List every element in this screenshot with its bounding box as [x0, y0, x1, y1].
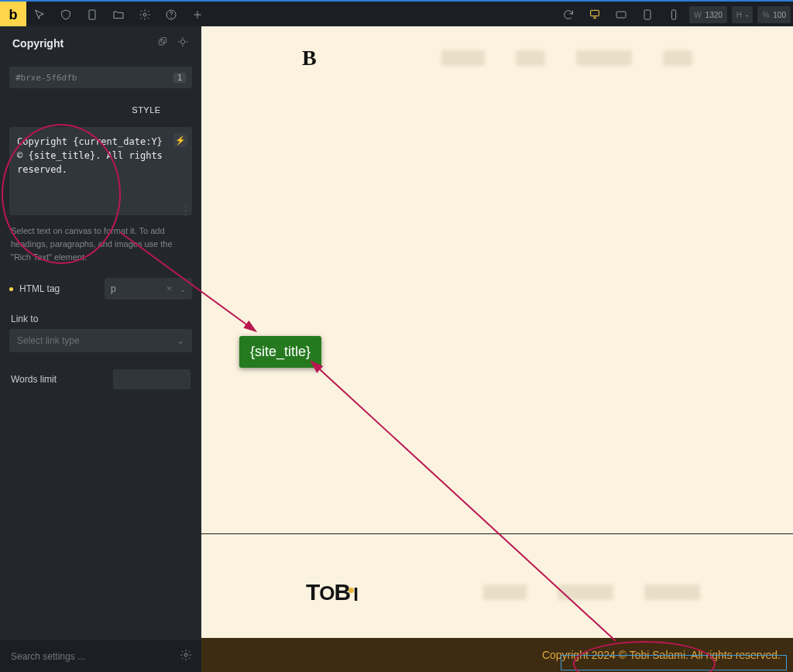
- chevron-down-icon[interactable]: ⌄: [180, 285, 186, 293]
- blurred-nav-item: [558, 585, 613, 600]
- link-to-label: Link to: [0, 306, 201, 329]
- svg-rect-5: [616, 12, 626, 18]
- svg-rect-7: [671, 10, 675, 19]
- site-footer: Copyright 2024 © Tobi Salami. All rights…: [201, 638, 793, 672]
- clear-icon[interactable]: ×: [166, 283, 172, 294]
- svg-point-11: [184, 653, 187, 657]
- width-field[interactable]: W1320: [689, 6, 727, 23]
- refresh-icon[interactable]: [555, 2, 582, 28]
- selected-element-outline: [561, 655, 787, 670]
- panel-footer: [0, 640, 201, 672]
- element-selector[interactable]: #brxe-5f6dfb 1: [9, 67, 192, 88]
- section-divider: [201, 533, 793, 534]
- content-hint: Select text on canvas to format it. To a…: [0, 225, 201, 272]
- folder-icon[interactable]: [105, 2, 132, 28]
- link-to-select[interactable]: Select link type ⌄: [9, 329, 192, 352]
- panel-tabs: CONTENT STYLE: [0, 98, 201, 122]
- svg-rect-0: [89, 10, 95, 19]
- svg-point-3: [171, 17, 172, 18]
- chevron-down-icon[interactable]: ⌄: [177, 335, 184, 346]
- blurred-nav-item: [644, 585, 700, 600]
- search-settings-input[interactable]: [9, 650, 180, 663]
- dynamic-data-icon[interactable]: ⚡: [173, 133, 187, 147]
- tobi-logo: TOBI: [306, 579, 358, 605]
- responsive-base-icon[interactable]: [582, 1, 608, 29]
- blurred-nav-item: [663, 50, 692, 66]
- tablet-landscape-icon[interactable]: [608, 2, 634, 28]
- gear-icon[interactable]: [132, 2, 158, 28]
- content-textarea[interactable]: [9, 127, 192, 215]
- blurred-nav-item: [441, 50, 485, 66]
- clone-icon[interactable]: [156, 36, 169, 51]
- plus-icon[interactable]: [184, 2, 211, 28]
- svg-point-1: [143, 13, 146, 16]
- inspector-panel: Copyright #brxe-5f6dfb 1 CONTENT STYLE ⚡…: [0, 26, 201, 672]
- site-header-2: TOBI: [201, 561, 793, 624]
- height-field[interactable]: H-: [732, 6, 754, 23]
- tablet-portrait-icon[interactable]: [634, 2, 661, 28]
- mobile-icon[interactable]: [661, 2, 687, 28]
- panel-title: Copyright: [12, 37, 64, 50]
- blurred-nav-item: [483, 585, 527, 600]
- help-icon[interactable]: [158, 2, 184, 28]
- page-icon[interactable]: [79, 2, 105, 28]
- app-logo[interactable]: b: [0, 2, 26, 28]
- svg-rect-4: [591, 10, 599, 15]
- words-limit-input[interactable]: [113, 369, 191, 389]
- html-tag-select[interactable]: p × ⌄: [105, 278, 192, 300]
- html-tag-field: HTML tag p × ⌄: [0, 272, 201, 306]
- zoom-field[interactable]: %100: [757, 6, 791, 23]
- blurred-nav-item: [576, 50, 632, 66]
- blurred-nav-item: [516, 50, 545, 66]
- shield-icon[interactable]: [53, 2, 79, 28]
- words-limit-field: Words limit: [0, 362, 201, 397]
- site-header-1: B: [201, 26, 793, 90]
- star-icon[interactable]: [177, 36, 189, 51]
- top-toolbar: b W1320 H- %100: [0, 0, 793, 28]
- tab-style[interactable]: STYLE: [101, 98, 192, 122]
- footer-gear-icon[interactable]: [180, 649, 192, 664]
- svg-point-10: [180, 39, 184, 43]
- svg-rect-6: [644, 10, 651, 19]
- pointer-icon[interactable]: [26, 2, 53, 28]
- annotation-tag: {site_title}: [239, 336, 321, 368]
- site-logo-b: B: [302, 46, 317, 70]
